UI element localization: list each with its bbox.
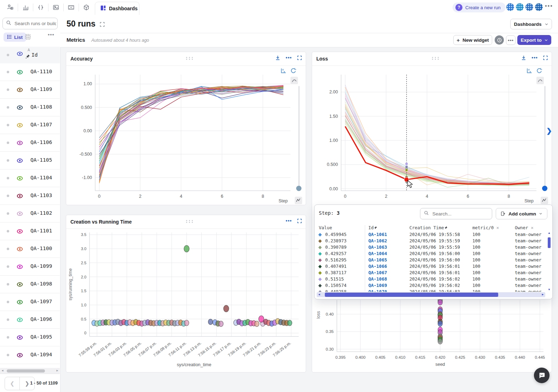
run-eye-icon[interactable]: [17, 105, 23, 111]
widget-more-icon[interactable]: •••: [286, 55, 292, 60]
creation-header[interactable]: Creation vs Running Time •••: [66, 215, 306, 229]
run-eye-icon[interactable]: [17, 264, 23, 271]
images-icon[interactable]: [48, 0, 63, 15]
runs-table-header[interactable]: A Id: [0, 47, 60, 64]
monitoring-icon[interactable]: [64, 0, 79, 15]
id-column-header[interactable]: Id: [31, 52, 38, 58]
cell-run-id[interactable]: QA-1067: [368, 270, 387, 275]
hscroll-left-arrow[interactable]: ◄: [318, 293, 321, 296]
cell-run-id[interactable]: QA-1065: [368, 257, 387, 263]
run-row[interactable]: QA-1102: [0, 205, 60, 223]
hscroll-right-arrow[interactable]: ►: [56, 369, 59, 372]
run-eye-icon[interactable]: [17, 140, 23, 147]
cell-run-id[interactable]: QA-1070: [368, 289, 387, 292]
view-toggle-list[interactable]: List: [4, 33, 26, 42]
popup-search-input[interactable]: [432, 211, 486, 217]
vscroll-thumb[interactable]: [548, 237, 551, 248]
vscroll-up-arrow[interactable]: ▲: [548, 232, 551, 235]
run-id-label[interactable]: QA-1095: [30, 334, 52, 340]
run-eye-icon[interactable]: [17, 176, 23, 182]
run-eye-icon[interactable]: [17, 335, 23, 341]
run-eye-icon[interactable]: [17, 70, 23, 76]
run-id-label[interactable]: QA-1099: [30, 263, 52, 269]
drag-handle-icon[interactable]: [186, 57, 194, 60]
run-row[interactable]: QA-1094: [0, 346, 60, 364]
run-id-label[interactable]: QA-1104: [30, 175, 52, 180]
avatar-group[interactable]: [505, 2, 543, 12]
col-creation-time[interactable]: Creation Time: [409, 225, 448, 230]
popup-table-row[interactable]: 0.449258QA-10702024/05/06 19:56:03100tea…: [315, 289, 545, 292]
run-id-label[interactable]: QA-1098: [30, 281, 52, 287]
avatar[interactable]: [515, 2, 524, 12]
col-id[interactable]: Id: [368, 225, 377, 230]
run-eye-icon[interactable]: [17, 317, 23, 324]
dashboards-select[interactable]: Dashboards: [510, 19, 552, 29]
runs-icon[interactable]: [3, 0, 18, 15]
popup-table-row[interactable]: 0.390789QA-10632024/05/06 19:55:59100tea…: [315, 244, 545, 251]
cell-run-id[interactable]: QA-1066: [368, 264, 387, 269]
cell-run-id[interactable]: QA-1063: [368, 244, 387, 250]
avatar[interactable]: [534, 2, 543, 12]
loss-chart[interactable]: 024682.001.501.000.5000.00Step: [312, 65, 552, 206]
run-row[interactable]: QA-1101: [0, 223, 60, 240]
run-row[interactable]: QA-1105: [0, 152, 60, 169]
popup-vscrollbar[interactable]: ▲ ▼: [547, 232, 551, 291]
run-id-label[interactable]: QA-1103: [30, 192, 52, 198]
popup-table-row[interactable]: 0.429257QA-10642024/05/06 19:56:00100tea…: [315, 251, 545, 257]
run-row[interactable]: QA-1107: [0, 116, 60, 134]
popup-table-row[interactable]: 0.51515QA-10682024/05/06 19:56:02100team…: [315, 276, 545, 283]
export-to-button[interactable]: Export to: [517, 35, 551, 45]
expand-icon[interactable]: [297, 218, 302, 224]
metrics-more-button[interactable]: •••: [506, 35, 516, 45]
title-expand-icon[interactable]: [99, 22, 105, 29]
run-id-label[interactable]: QA-1100: [30, 246, 52, 251]
download-icon[interactable]: [521, 55, 527, 60]
compare-icon[interactable]: [33, 0, 48, 15]
popup-table-row[interactable]: 0.407491QA-10662024/05/06 19:56:01100tea…: [315, 264, 545, 270]
download-icon[interactable]: [275, 55, 281, 60]
cell-run-id[interactable]: QA-1062: [368, 238, 387, 243]
run-eye-icon[interactable]: [17, 229, 23, 235]
col-owner[interactable]: Owner ×: [515, 225, 544, 230]
history-clock-button[interactable]: [495, 35, 504, 45]
run-row[interactable]: QA-1098: [0, 276, 60, 293]
run-row[interactable]: QA-1099: [0, 258, 60, 276]
run-eye-icon[interactable]: [17, 123, 23, 129]
grid-view-icon[interactable]: [25, 34, 31, 41]
avatar[interactable]: [506, 2, 515, 12]
run-eye-icon[interactable]: [17, 300, 23, 306]
drag-handle-icon[interactable]: [432, 57, 440, 60]
run-row[interactable]: QA-1109: [0, 81, 60, 99]
popup-table-row[interactable]: 0.387117QA-10672024/05/06 19:56:01100tea…: [315, 270, 545, 276]
creation-chart[interactable]: 7:55:59 p.m.7:56:01 p.m.7:56:03 p.m.7:56…: [66, 229, 306, 373]
accuracy-header[interactable]: Accuracy •••: [66, 52, 306, 66]
run-id-label[interactable]: QA-1102: [30, 210, 52, 216]
eye-column-icon[interactable]: [17, 51, 23, 58]
run-id-label[interactable]: QA-1094: [30, 352, 52, 357]
widget-more-icon[interactable]: •••: [531, 55, 538, 60]
run-eye-icon[interactable]: [17, 247, 23, 253]
popup-table-row[interactable]: 0.516295QA-10652024/05/06 19:56:00100tea…: [315, 257, 545, 264]
vscroll-down-arrow[interactable]: ▼: [548, 288, 551, 291]
cell-run-id[interactable]: QA-1064: [368, 251, 387, 256]
run-id-label[interactable]: QA-1108: [30, 104, 52, 110]
sidebar-search[interactable]: [2, 18, 58, 29]
cell-run-id[interactable]: QA-1061: [368, 232, 387, 237]
cell-run-id[interactable]: QA-1068: [368, 276, 387, 282]
sidebar-search-input[interactable]: [14, 21, 57, 27]
run-eye-icon[interactable]: [17, 158, 23, 165]
run-id-label[interactable]: QA-1110: [30, 69, 52, 74]
drag-handle-icon[interactable]: [186, 220, 194, 223]
avatar[interactable]: [525, 2, 534, 12]
artifacts-icon[interactable]: [79, 0, 94, 15]
run-row[interactable]: QA-1110: [0, 63, 60, 81]
run-row[interactable]: QA-1097: [0, 293, 60, 311]
run-eye-icon[interactable]: [17, 353, 23, 359]
run-id-label[interactable]: QA-1109: [30, 86, 52, 92]
run-row[interactable]: QA-1096: [0, 311, 60, 329]
charts-icon[interactable]: [18, 0, 33, 15]
accuracy-chart[interactable]: 024681.000.5000.00-0.500-1.00Step: [66, 65, 306, 206]
create-new-run-button[interactable]: ? Create a new run: [453, 2, 506, 12]
run-eye-icon[interactable]: [17, 282, 23, 288]
sidebar-hscrollbar[interactable]: ◄ ►: [0, 368, 60, 374]
